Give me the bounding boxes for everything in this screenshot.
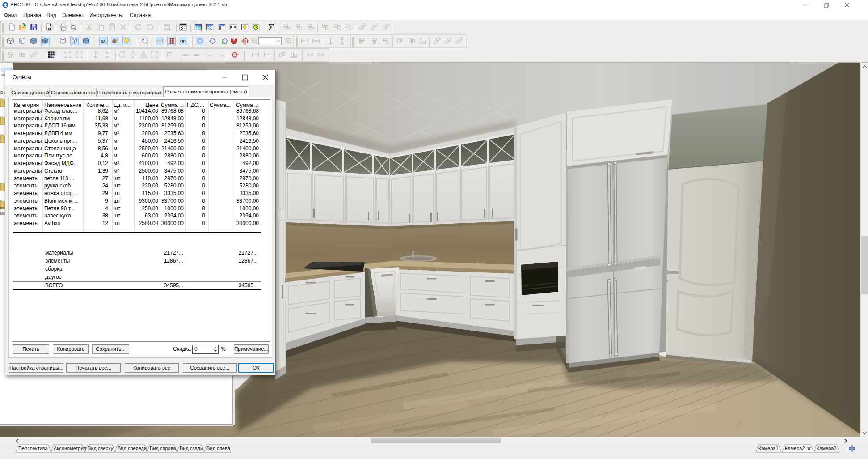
svg-text:a: a <box>103 39 106 44</box>
svg-text:a: a <box>101 39 103 43</box>
